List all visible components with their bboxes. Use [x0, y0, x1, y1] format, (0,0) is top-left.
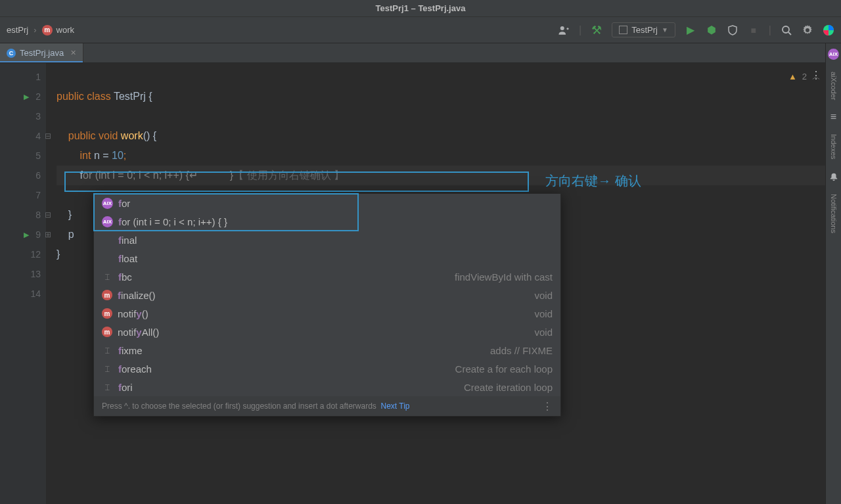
template-icon: ⌶	[102, 345, 113, 356]
completion-text: final	[118, 235, 137, 246]
completion-tail: void	[534, 308, 553, 319]
method-icon: m	[102, 327, 112, 337]
line-number[interactable]: ▶9⊞	[0, 225, 46, 244]
right-tool-strip: AIX aiXcoder ≡ Indexes Notifications	[825, 43, 841, 504]
debug-icon[interactable]: ⬢	[706, 24, 717, 36]
brand-icon[interactable]	[823, 24, 834, 36]
coverage-icon[interactable]	[727, 24, 739, 36]
line-number[interactable]: 5	[0, 146, 46, 166]
line-number[interactable]: 7	[0, 185, 46, 205]
template-icon: ⌶	[102, 271, 113, 283]
run-icon[interactable]: ▶	[685, 24, 696, 36]
completion-text: for (int i = 0; i < n; i++) { }	[118, 216, 227, 227]
completion-tail: void	[534, 290, 553, 301]
completion-item[interactable]: float	[94, 249, 560, 267]
hammer-icon[interactable]: ⚒	[591, 24, 602, 36]
completion-item[interactable]: mnotifyAll()void	[94, 323, 560, 341]
line-number[interactable]: 12	[0, 244, 46, 264]
aix-badge-icon: AIX	[102, 198, 113, 209]
line-number[interactable]: ▶2	[0, 87, 46, 106]
completion-text: fixme	[118, 345, 143, 356]
tab-label: TestPrj.java	[20, 48, 64, 58]
run-config-selector[interactable]: TestPrj ▼	[612, 22, 675, 37]
gear-icon[interactable]	[802, 24, 813, 36]
line-number[interactable]: 3	[0, 106, 46, 126]
bell-icon[interactable]	[829, 172, 839, 182]
tool-indexes[interactable]: Indexes	[830, 134, 838, 160]
method-icon: m	[42, 25, 53, 35]
warning-icon: ▲	[788, 67, 797, 87]
completion-item[interactable]: mfinalize()void	[94, 286, 560, 304]
search-icon[interactable]	[781, 24, 792, 36]
completion-tail: Create iteration loop	[464, 382, 553, 393]
editor-tabs: C TestPrj.java ✕	[0, 43, 841, 63]
completion-item[interactable]: AIXfor (int i = 0; i < n; i++) { }	[94, 212, 560, 231]
popup-footer: Press ^. to choose the selected (or firs…	[94, 396, 560, 416]
completion-item[interactable]: ⌶fbcfindViewById with cast	[94, 267, 560, 286]
method-icon: m	[102, 290, 112, 300]
completion-tail: findViewById with cast	[455, 271, 553, 283]
completion-item[interactable]: ⌶foriCreate iteration loop	[94, 378, 560, 396]
completion-text: notifyAll()	[118, 327, 159, 338]
run-gutter-icon[interactable]: ▶	[24, 93, 29, 101]
completion-tail: void	[534, 327, 553, 338]
completion-text: fori	[118, 382, 133, 393]
svg-point-0	[560, 26, 564, 30]
completion-text: for	[118, 198, 130, 209]
line-number[interactable]: 13	[0, 264, 46, 284]
chevron-right-icon: ›	[34, 25, 36, 35]
completion-tail: adds // FIXME	[490, 345, 553, 356]
breadcrumb-item[interactable]: estPrj	[7, 25, 28, 35]
aixcoder-icon[interactable]: AIX	[828, 49, 839, 60]
completion-text: fbc	[118, 271, 132, 283]
completion-item[interactable]: mnotify()void	[94, 304, 560, 323]
run-gutter-icon[interactable]: ▶	[24, 231, 29, 239]
breadcrumb[interactable]: estPrj › m work	[7, 25, 74, 35]
breadcrumb-item[interactable]: work	[57, 25, 74, 35]
completion-text: finalize()	[118, 290, 156, 301]
aix-badge-icon: AIX	[102, 216, 113, 227]
autocomplete-popup[interactable]: AIXforAIXfor (int i = 0; i < n; i++) { }…	[93, 193, 561, 417]
template-icon: ⌶	[102, 382, 113, 393]
completion-item[interactable]: ⌶foreachCreate a for each loop	[94, 359, 560, 378]
completion-item[interactable]: ⌶fixmeadds // FIXME	[94, 341, 560, 359]
list-icon[interactable]: ≡	[829, 112, 839, 122]
java-class-icon: C	[7, 49, 16, 58]
completion-tail: Create a for each loop	[455, 363, 553, 375]
chevron-up-icon[interactable]: ︿	[812, 67, 821, 87]
line-number[interactable]: 4⊟	[0, 126, 46, 146]
completion-text: notify()	[118, 308, 148, 319]
line-number[interactable]: 6	[0, 166, 46, 185]
next-tip-link[interactable]: Next Tip	[381, 401, 410, 411]
warning-count: 2	[802, 67, 807, 87]
svg-point-1	[783, 26, 789, 33]
template-icon: ⌶	[102, 363, 113, 375]
annotation-right-arrow: 方向右键→ 确认	[545, 172, 641, 190]
completion-text: float	[118, 253, 137, 264]
completion-item[interactable]: AIXfor	[94, 194, 560, 212]
line-number[interactable]: 14	[0, 284, 46, 304]
tool-aixcoder[interactable]: aiXcoder	[830, 72, 838, 100]
add-user-icon[interactable]	[558, 24, 570, 36]
completion-item[interactable]: final	[94, 231, 560, 249]
stop-icon[interactable]: ■	[748, 24, 760, 36]
method-icon: m	[102, 308, 112, 319]
window-title: TestPrj1 – TestPrj.java	[0, 0, 841, 17]
completion-text: foreach	[118, 363, 152, 375]
line-number[interactable]: 1	[0, 67, 46, 87]
tab-file[interactable]: C TestPrj.java ✕	[0, 43, 83, 62]
close-icon[interactable]: ✕	[70, 49, 76, 57]
tool-notifications[interactable]: Notifications	[830, 194, 838, 233]
main-toolbar: estPrj › m work | ⚒ TestPrj ▼ ▶ ⬢ ■ |	[0, 17, 841, 43]
popup-menu-icon[interactable]: ⋮	[542, 400, 553, 413]
line-number[interactable]: 8⊟	[0, 205, 46, 225]
gutter: 1 ▶2 3 4⊟ 5 6 7 8⊟ ▶9⊞ 12 13 14	[0, 63, 46, 504]
